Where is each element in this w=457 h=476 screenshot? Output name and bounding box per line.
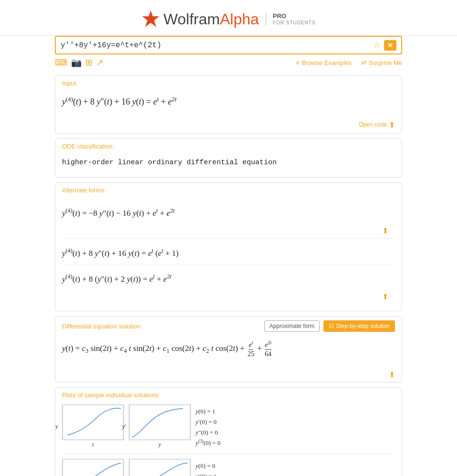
keyboard-icon[interactable]: ⌨ <box>55 57 67 68</box>
wolfram-star-icon <box>141 10 160 29</box>
toolbar: ⌨ 📷 ⊞ ↗ ≡ Browse Examples ⇄ Surprise Me <box>55 54 402 70</box>
logo-wordmark: WolframAlpha <box>163 11 259 28</box>
search-box: ☆ ✕ <box>55 36 402 54</box>
toolbar-right: ≡ Browse Examples ⇄ Surprise Me <box>296 59 402 66</box>
alternate-form-1-footer: ⬆ <box>62 224 395 238</box>
solution-content: y(t) = c3 sin(2t) + c4 t sin(2t) + c1 co… <box>55 334 402 368</box>
plot-box-2b: y′ y <box>129 459 191 476</box>
solution-math: y(t) = c3 sin(2t) + c4 t sin(2t) + c1 co… <box>62 337 395 361</box>
alternate-form-1: y(4)(t) = −8 y″(t) − 16 y(t) + et + e2t <box>62 199 395 224</box>
plots-title: Plots of sample individual solutions: <box>55 388 402 401</box>
plot-box-1a: y t <box>62 404 124 448</box>
plot-conditions-1: y(0) = 1 y′(0) = 0 y″(0) = 0 y(3)(0) = 0 <box>196 404 220 449</box>
alternate-forms-title: Alternate forms: <box>55 183 402 196</box>
toolbar-left: ⌨ 📷 ⊞ ↗ <box>55 57 104 68</box>
search-area: ☆ ✕ ⌨ 📷 ⊞ ↗ ≡ Browse Examples ⇄ Surprise… <box>47 36 410 70</box>
cloud-upload-icon: ⬆ <box>389 120 395 129</box>
solution-footer: ⬆ <box>55 368 402 382</box>
browse-examples-link[interactable]: ≡ Browse Examples <box>296 59 352 66</box>
approximate-form-button[interactable]: Approximate form <box>264 320 320 332</box>
surprise-me-link[interactable]: ⇄ Surprise Me <box>361 59 402 66</box>
plot-conditions-2: y(0) = 0 y′(0) = 1 y″(0) = 0 y(3)(0) = 0 <box>196 459 220 476</box>
table-icon[interactable]: ⊞ <box>85 57 93 68</box>
ode-classification-value: higher-order linear ordinary differentia… <box>62 155 395 170</box>
ode-classification-title: ODE classification: <box>55 139 402 152</box>
alternate-form-3: y(4)(t) + 8 (y″(t) + 2 y(t)) = et + e2t <box>62 264 395 290</box>
upload-icon-1[interactable]: ⬆ <box>382 226 388 235</box>
logo-area: WolframAlpha PRO FOR STUDENTS <box>0 4 457 33</box>
plots-grid: y t y′ <box>62 404 395 476</box>
alternate-form-2-math: y(4)(t) + 8 y″(t) + 16 y(t) = et (et + 1… <box>62 243 395 263</box>
shuffle-icon: ⇄ <box>361 59 366 66</box>
fraction-et-25: et 25 <box>248 340 254 359</box>
svg-rect-2 <box>63 405 124 440</box>
camera-icon[interactable]: 📷 <box>71 57 82 68</box>
solution-pod: Differential equation solution: Approxim… <box>55 316 402 382</box>
share-icon[interactable]: ↗ <box>96 57 104 68</box>
step-by-step-button[interactable]: ☑ Step-by-step solution <box>323 320 395 332</box>
ode-classification-pod: ODE classification: higher-order linear … <box>55 138 402 178</box>
search-icon-group: ☆ ✕ <box>372 40 396 51</box>
upload-icon-2[interactable]: ⬆ <box>382 292 388 301</box>
input-pod-title: Input: <box>55 76 402 89</box>
plot-svg-1a <box>62 404 124 440</box>
search-input[interactable] <box>61 41 372 50</box>
plots-pod: Plots of sample individual solutions: y … <box>55 387 402 476</box>
solution-title: Differential equation solution: <box>62 323 142 330</box>
plot-pair-1: y t y′ <box>62 404 191 448</box>
logo-pro: PRO FOR STUDENTS <box>266 12 316 26</box>
alternate-form-3-math: y(4)(t) + 8 (y″(t) + 2 y(t)) = et + e2t <box>62 269 395 288</box>
checkbox-icon: ☑ <box>329 323 334 329</box>
upload-icon-solution[interactable]: ⬆ <box>389 370 395 379</box>
plot-row-1: y t y′ <box>62 404 395 454</box>
solution-buttons: Approximate form ☑ Step-by-step solution <box>264 320 395 332</box>
clear-button[interactable]: ✕ <box>384 40 396 51</box>
alternate-form-3-footer: ⬆ <box>62 290 395 304</box>
alternate-form-1-math: y(4)(t) = −8 y″(t) − 16 y(t) + et + e2t <box>62 203 395 222</box>
input-math: y(4)(t) + 8 y″(t) + 16 y(t) = et + e2t <box>62 92 395 112</box>
fraction-e2t-64: e2t 64 <box>265 340 271 359</box>
plot-svg-2a <box>62 459 124 476</box>
plots-content: y t y′ <box>55 401 402 476</box>
star-icon[interactable]: ☆ <box>372 40 382 51</box>
svg-rect-4 <box>63 459 124 476</box>
svg-rect-5 <box>130 459 190 476</box>
input-pod-footer: Open code ⬆ <box>55 118 402 133</box>
input-pod-content: y(4)(t) + 8 y″(t) + 16 y(t) = et + e2t <box>55 89 402 118</box>
alternate-forms-pod: Alternate forms: y(4)(t) = −8 y″(t) − 16… <box>55 182 402 312</box>
solution-header: Differential equation solution: Approxim… <box>55 317 402 334</box>
ode-classification-content: higher-order linear ordinary differentia… <box>55 152 402 177</box>
plot-pair-2: y t y′ <box>62 459 191 476</box>
alternate-form-2: y(4)(t) + 8 y″(t) + 16 y(t) = et (et + 1… <box>62 238 395 264</box>
alternate-forms-content: y(4)(t) = −8 y″(t) − 16 y(t) + et + e2t … <box>55 196 402 311</box>
plot-svg-2b <box>129 459 191 476</box>
plot-row-2: y t y′ <box>62 459 395 476</box>
plot-svg-1b <box>129 404 191 440</box>
open-code-link[interactable]: Open code ⬆ <box>359 120 395 129</box>
svg-rect-3 <box>130 405 190 440</box>
plot-box-2a: y t <box>62 459 124 476</box>
top-bar: WolframAlpha PRO FOR STUDENTS <box>0 0 457 36</box>
main-content: Input: y(4)(t) + 8 y″(t) + 16 y(t) = et … <box>47 75 410 476</box>
list-icon: ≡ <box>296 59 300 66</box>
input-pod: Input: y(4)(t) + 8 y″(t) + 16 y(t) = et … <box>55 75 402 134</box>
plot-box-1b: y′ y <box>129 404 191 448</box>
